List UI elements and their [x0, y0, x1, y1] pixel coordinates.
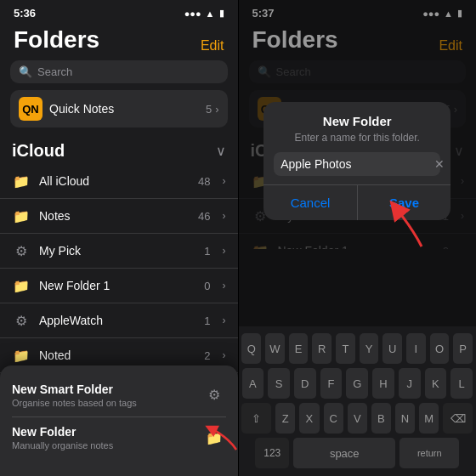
- quick-notes-right: 5 ›: [206, 103, 219, 116]
- right-panel: 5:37 ●●● ▲ ▮ Folders Edit 🔍 Search QN Qu…: [239, 0, 477, 476]
- popup-item-subtitle: Organise notes based on tags: [12, 398, 194, 408]
- left-status-bar: 5:36 ●●● ▲ ▮: [0, 0, 238, 23]
- list-item[interactable]: ⚙ AppleWatch 1 ›: [0, 303, 238, 338]
- left-header: Folders Edit: [0, 23, 238, 60]
- folder-icon: 📁: [12, 207, 31, 225]
- bottom-popup: New Smart Folder Organise notes based on…: [0, 366, 238, 477]
- smart-folder-icon: ⚙: [202, 383, 226, 407]
- quick-notes-label: Quick Notes: [49, 102, 114, 116]
- folder-chevron: ›: [223, 314, 226, 326]
- left-search-bar[interactable]: 🔍 Search: [10, 60, 228, 83]
- signal-icon: ●●●: [184, 8, 201, 19]
- save-arrow-annotation: [379, 200, 430, 251]
- left-status-icons: ●●● ▲ ▮: [184, 8, 224, 19]
- folder-count: 1: [204, 245, 210, 258]
- folder-icon: 📁: [12, 172, 31, 190]
- icloud-chevron: ∨: [216, 143, 226, 159]
- left-search-placeholder: Search: [37, 65, 72, 78]
- folder-icon: 📁: [12, 276, 31, 295]
- icloud-section-header[interactable]: iCloud ∨: [0, 138, 238, 164]
- gear-icon: ⚙: [12, 311, 31, 330]
- folder-count: 0: [204, 280, 210, 292]
- search-icon: 🔍: [19, 65, 32, 78]
- folder-icon: 📁: [12, 346, 31, 365]
- folder-chevron: ›: [223, 349, 226, 361]
- popup-item-title: New Folder: [12, 425, 194, 439]
- popup-item-subtitle: Manually organise notes: [12, 440, 194, 450]
- left-time: 5:36: [14, 7, 36, 20]
- list-item[interactable]: ⚙ My Pick 1 ›: [0, 234, 238, 269]
- dialog-title: New Folder: [264, 102, 450, 132]
- list-item[interactable]: 📁 Notes 46 ›: [0, 199, 238, 234]
- folder-name-input[interactable]: [280, 157, 429, 171]
- new-smart-folder-item[interactable]: New Smart Folder Organise notes based on…: [0, 374, 238, 416]
- left-title: Folders: [14, 26, 99, 54]
- list-item[interactable]: 📁 New Folder 1 0 ›: [0, 269, 238, 303]
- quick-notes-icon: QN: [19, 97, 42, 121]
- popup-item-text: New Smart Folder Organise notes based on…: [12, 382, 194, 408]
- clear-input-button[interactable]: ✕: [434, 157, 445, 171]
- quick-notes-row[interactable]: QN Quick Notes 5 ›: [10, 90, 228, 128]
- new-folder-item[interactable]: New Folder Manually organise notes 📁: [0, 416, 238, 459]
- cancel-button[interactable]: Cancel: [264, 185, 357, 220]
- battery-icon: ▮: [219, 8, 224, 19]
- popup-item-title: New Smart Folder: [12, 382, 194, 396]
- folder-chevron: ›: [223, 175, 226, 187]
- folder-label: AppleWatch: [39, 314, 196, 327]
- icloud-title: iCloud: [12, 141, 65, 161]
- folder-count: 2: [204, 349, 210, 362]
- folder-count: 48: [198, 175, 210, 188]
- folder-label: All iCloud: [39, 174, 190, 188]
- dialog-subtitle: Enter a name for this folder.: [264, 132, 450, 152]
- folder-count: 1: [204, 314, 210, 327]
- gear-icon: ⚙: [12, 241, 31, 260]
- left-panel: 5:36 ●●● ▲ ▮ Folders Edit 🔍 Search QN Qu…: [0, 0, 238, 476]
- list-item[interactable]: 📁 All iCloud 48 ›: [0, 164, 238, 199]
- wifi-icon: ▲: [206, 8, 215, 19]
- dialog-input-row[interactable]: ✕: [274, 152, 440, 176]
- folder-chevron: ›: [223, 245, 226, 257]
- folder-label: Notes: [39, 209, 190, 223]
- popup-item-text: New Folder Manually organise notes: [12, 425, 194, 450]
- folder-label: Noted: [39, 348, 196, 362]
- folder-chevron: ›: [223, 210, 226, 222]
- dialog-overlay: New Folder Enter a name for this folder.…: [239, 0, 477, 476]
- quick-notes-left: QN Quick Notes: [19, 97, 114, 121]
- left-edit-button[interactable]: Edit: [201, 38, 224, 54]
- qn-icon-label: QN: [22, 103, 39, 116]
- folder-chevron: ›: [223, 280, 226, 292]
- folder-label: New Folder 1: [39, 279, 196, 292]
- folder-count: 46: [198, 210, 210, 223]
- quick-notes-chevron: ›: [215, 103, 218, 116]
- folder-label: My Pick: [39, 244, 196, 258]
- arrow-annotation: [202, 420, 238, 454]
- quick-notes-count: 5: [206, 103, 212, 116]
